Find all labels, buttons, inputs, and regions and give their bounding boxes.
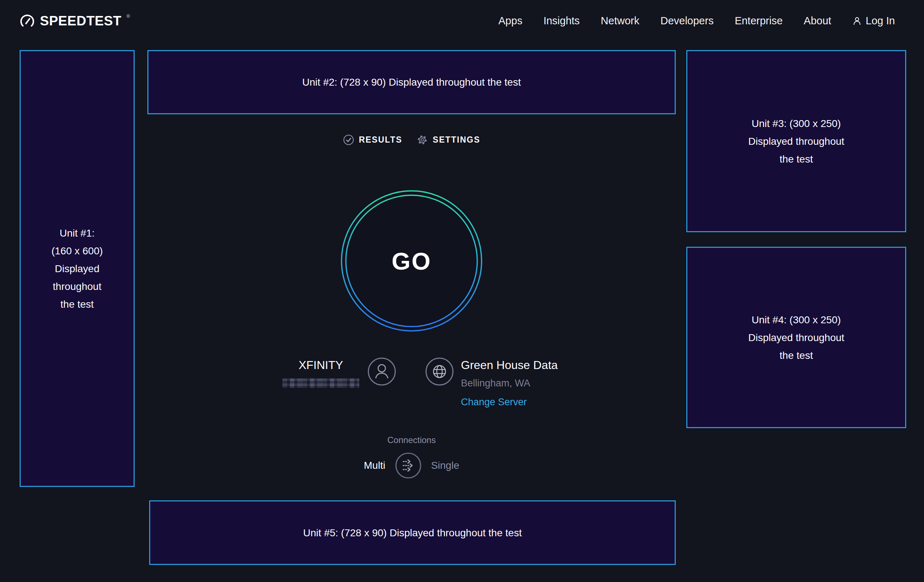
top-nav: SPEEDTEST ® Apps Insights Network Develo… xyxy=(0,0,924,42)
go-button[interactable]: GO xyxy=(339,188,484,333)
nav-item-apps[interactable]: Apps xyxy=(498,15,522,27)
user-icon xyxy=(852,16,862,26)
connections-row: Multi Single xyxy=(339,452,484,479)
change-server-link[interactable]: Change Server xyxy=(461,397,558,408)
isp-user-icon xyxy=(367,357,396,386)
nav-menu: Apps Insights Network Developers Enterpr… xyxy=(498,15,895,27)
go-label: GO xyxy=(339,188,484,333)
login-button[interactable]: Log In xyxy=(852,15,895,27)
nav-item-about[interactable]: About xyxy=(804,15,832,27)
ad-unit-1[interactable]: Unit #1: (160 x 600) Displayed throughou… xyxy=(20,50,135,487)
login-label: Log In xyxy=(866,15,895,27)
connections-label: Connections xyxy=(339,435,484,445)
tab-settings[interactable]: SETTINGS xyxy=(417,134,480,145)
isp-block: XFINITY xyxy=(279,358,363,388)
server-block: Green House Data Bellingham, WA Change S… xyxy=(461,358,558,408)
speedtest-page: SPEEDTEST ® Apps Insights Network Develo… xyxy=(0,0,924,582)
connections-multi-option[interactable]: Multi xyxy=(364,460,385,472)
nav-item-developers[interactable]: Developers xyxy=(660,15,714,27)
results-label: RESULTS xyxy=(359,135,403,145)
tab-results[interactable]: RESULTS xyxy=(343,134,403,145)
server-name: Green House Data xyxy=(461,358,558,372)
logo-text: SPEEDTEST xyxy=(40,13,122,29)
ad-unit-5[interactable]: Unit #5: (728 x 90) Displayed throughout… xyxy=(149,500,676,565)
check-circle-icon xyxy=(343,134,354,145)
ad-unit-3[interactable]: Unit #3: (300 x 250) Displayed throughou… xyxy=(686,50,906,232)
connections-single-option[interactable]: Single xyxy=(431,460,459,472)
connections-toggle-icon[interactable] xyxy=(395,452,422,479)
server-globe-icon xyxy=(425,357,454,386)
ad-unit-2[interactable]: Unit #2: (728 x 90) Displayed throughout… xyxy=(147,50,676,114)
speedtest-gauge-icon xyxy=(20,14,35,29)
gear-icon xyxy=(417,134,428,145)
nav-item-network[interactable]: Network xyxy=(601,15,639,27)
logo[interactable]: SPEEDTEST ® xyxy=(20,13,130,29)
tabs-bar: RESULTS SETTINGS xyxy=(303,130,520,149)
server-location: Bellingham, WA xyxy=(461,378,558,389)
masked-ip-address xyxy=(282,378,359,388)
nav-item-insights[interactable]: Insights xyxy=(543,15,579,27)
isp-name: XFINITY xyxy=(279,358,363,372)
ad-unit-4[interactable]: Unit #4: (300 x 250) Displayed throughou… xyxy=(686,247,906,428)
settings-label: SETTINGS xyxy=(432,135,480,145)
logo-trademark: ® xyxy=(127,13,130,19)
nav-item-enterprise[interactable]: Enterprise xyxy=(734,15,782,27)
